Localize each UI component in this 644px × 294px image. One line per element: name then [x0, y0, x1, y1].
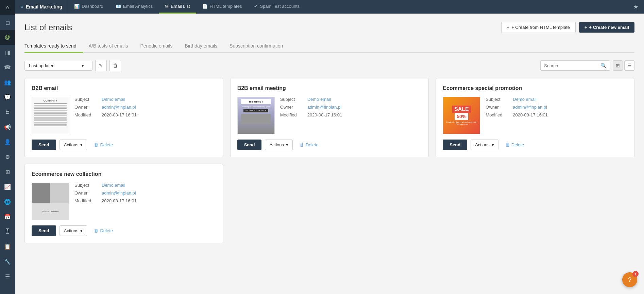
delete-toolbar-button[interactable]: 🗑 — [109, 60, 121, 71]
modified-row-ecom-collection: Modified 2020-08-17 16:01 — [74, 198, 216, 203]
trash-icon: 🗑 — [113, 63, 118, 68]
email-card-ecom-special: Ecommerce special promotion SALE 50% Tha… — [436, 78, 634, 157]
edit-button[interactable]: ✎ — [95, 60, 107, 71]
tab-html-templates[interactable]: 📄 HTML templates — [196, 0, 248, 14]
cards-grid: B2B email COMPANY — [24, 78, 634, 243]
subject-row-ecom-collection: Subject Demo email — [74, 183, 216, 188]
dashboard-icon: 📊 — [74, 4, 80, 9]
sidebar-icon-home[interactable]: ⌂ — [0, 0, 15, 15]
sidebar-icon-file[interactable]: 📋 — [0, 239, 15, 254]
sidebar-icon-chart[interactable]: 📈 — [0, 179, 15, 194]
sidebar-icon-calendar[interactable]: 📅 — [0, 209, 15, 224]
create-from-html-button[interactable]: + + Create from HTML template — [501, 22, 576, 33]
delete-button-b2b[interactable]: 🗑 Delete — [90, 140, 116, 150]
main-content: List of emails + + Create from HTML temp… — [15, 14, 644, 294]
actions-chevron-icon-meeting: ▾ — [286, 142, 288, 147]
tab-spam-test[interactable]: ✔ Spam Test accounts — [248, 0, 306, 14]
actions-button-b2b-meeting[interactable]: Actions ▾ — [265, 140, 293, 150]
tab-analytics[interactable]: 📧 Email Analytics — [109, 0, 159, 14]
help-button[interactable]: ? 1 — [622, 272, 637, 287]
trash-icon-ecom-collection: 🗑 — [94, 228, 98, 233]
card-details-b2b: Subject Demo email Owner admin@finplan.p… — [74, 97, 216, 134]
create-new-email-button[interactable]: + + Create new email — [579, 22, 634, 33]
owner-row-b2b-meeting: Owner admin@finplan.pl — [280, 105, 422, 110]
actions-button-ecom-special[interactable]: Actions ▾ — [471, 140, 498, 150]
toolbar-left: Last updated ▾ ✎ 🗑 — [24, 60, 121, 71]
send-button-ecom-collection[interactable]: Send — [32, 225, 56, 236]
brand-label: Email Marketing — [26, 4, 62, 10]
nav-tabs: 📊 Dashboard 📧 Email Analytics ✉ Email Li… — [68, 0, 628, 14]
question-icon: ? — [628, 276, 631, 283]
sidebar-icon-team[interactable]: 👤 — [0, 134, 15, 149]
view-toggle: ⊞ ☰ — [613, 60, 634, 71]
card-details-ecom-special: Subject Demo email Owner admin@finplan.p… — [486, 97, 627, 134]
tab-periodic[interactable]: Periodic emails — [140, 40, 179, 53]
card-title-b2b-meeting: B2B email meeting — [237, 85, 422, 91]
sidebar-icon-notes[interactable]: ◨ — [0, 45, 15, 60]
list-view-button[interactable]: ☰ — [624, 60, 634, 71]
grid-view-button[interactable]: ⊞ — [613, 60, 623, 71]
sidebar-icon-globe[interactable]: 🌐 — [0, 194, 15, 209]
tab-email-list[interactable]: ✉ Email List — [159, 0, 196, 14]
tab-ab-tests[interactable]: A/B tests of emails — [89, 40, 135, 53]
sidebar-icon-menu[interactable]: ☰ — [0, 269, 15, 284]
actions-chevron-icon: ▾ — [80, 142, 83, 147]
sidebar-icon-chat[interactable]: 💬 — [0, 90, 15, 105]
toolbar: Last updated ▾ ✎ 🗑 🔍 ⊞ ☰ — [24, 60, 634, 71]
send-button-ecom-special[interactable]: Send — [443, 140, 467, 150]
subject-row-ecom-special: Subject Demo email — [486, 97, 627, 102]
sort-dropdown[interactable]: Last updated ▾ — [24, 61, 92, 71]
sidebar-icon-grid[interactable]: ⊞ — [0, 164, 15, 179]
tab-birthday[interactable]: Birthday emails — [185, 40, 224, 53]
delete-button-ecom-collection[interactable]: 🗑 Delete — [90, 226, 116, 236]
modified-row-ecom-special: Modified 2020-08-17 16:01 — [486, 112, 627, 117]
actions-button-ecom-collection[interactable]: Actions ▾ — [60, 225, 87, 236]
help-badge: 1 — [632, 271, 639, 277]
content-tabs: Templates ready to send A/B tests of ema… — [24, 40, 634, 53]
trash-icon-ecom-special: 🗑 — [505, 142, 510, 147]
trash-icon-b2b-meeting: 🗑 — [300, 142, 304, 147]
sidebar-icon-gear[interactable]: ⚙ — [0, 149, 15, 164]
delete-button-b2b-meeting[interactable]: 🗑 Delete — [296, 140, 322, 150]
thumbnail-ecom-special: SALE 50% Thanks for being a loyal custom… — [443, 97, 480, 134]
sidebar-icon-users[interactable]: 👥 — [0, 75, 15, 90]
plus-new-icon: + — [584, 25, 587, 30]
search-input[interactable] — [544, 63, 598, 68]
actions-button-b2b[interactable]: Actions ▾ — [60, 140, 87, 150]
trash-icon-b2b: 🗑 — [94, 142, 98, 147]
sidebar-icon-dashboard[interactable]: ◻ — [0, 15, 15, 30]
delete-button-ecom-special[interactable]: 🗑 Delete — [502, 140, 528, 150]
card-body-ecom-special: SALE 50% Thanks for being a loyal custom… — [443, 97, 627, 134]
card-actions-ecom-collection: Send Actions ▾ 🗑 Delete — [32, 225, 216, 236]
sidebar-icon-database[interactable]: 🗄 — [0, 224, 15, 239]
card-title-b2b: B2B email — [32, 85, 216, 91]
card-body-b2b: COMPANY — [32, 97, 216, 134]
owner-row-ecom-special: Owner admin@finplan.pl — [486, 105, 627, 110]
sidebar-icon-wrench[interactable]: 🔧 — [0, 254, 15, 269]
header-actions: + + Create from HTML template + + Create… — [501, 22, 634, 33]
search-icon[interactable]: 🔍 — [600, 63, 606, 68]
tab-dashboard[interactable]: 📊 Dashboard — [68, 0, 109, 14]
owner-row-ecom-collection: Owner admin@finplan.pl — [74, 190, 216, 196]
analytics-icon: 📧 — [116, 4, 121, 9]
star-icon[interactable]: ★ — [628, 3, 644, 11]
sidebar-icon-megaphone[interactable]: 📢 — [0, 120, 15, 134]
brand-chevron-icon: » — [20, 4, 23, 10]
send-button-b2b[interactable]: Send — [32, 140, 56, 150]
card-title-ecom-special: Ecommerce special promotion — [443, 85, 627, 91]
thumbnail-b2b: COMPANY — [32, 97, 69, 134]
email-list-icon: ✉ — [165, 4, 169, 9]
card-body-ecom-collection: Fashion Collection Subject Demo email Ow… — [32, 183, 216, 220]
tab-subscription[interactable]: Subscription confirmation — [230, 40, 290, 53]
html-templates-icon: 📄 — [202, 4, 208, 9]
send-button-b2b-meeting[interactable]: Send — [237, 140, 262, 150]
sidebar-icon-phone[interactable]: ☎ — [0, 60, 15, 75]
sidebar-icon-monitor[interactable]: 🖥 — [0, 105, 15, 120]
card-details-ecom-collection: Subject Demo email Owner admin@finplan.p… — [74, 183, 216, 220]
thumbnail-b2b-meeting: Hi $nameS ! Looking forward to seeing yo… — [237, 97, 275, 134]
brand: » Email Marketing — [15, 0, 68, 14]
card-body-b2b-meeting: Hi $nameS ! Looking forward to seeing yo… — [237, 97, 422, 134]
card-title-ecom-collection: Ecommerce new collection — [32, 171, 216, 177]
sidebar-icon-email[interactable]: @ — [0, 30, 15, 45]
tab-templates-ready[interactable]: Templates ready to send — [24, 40, 83, 53]
